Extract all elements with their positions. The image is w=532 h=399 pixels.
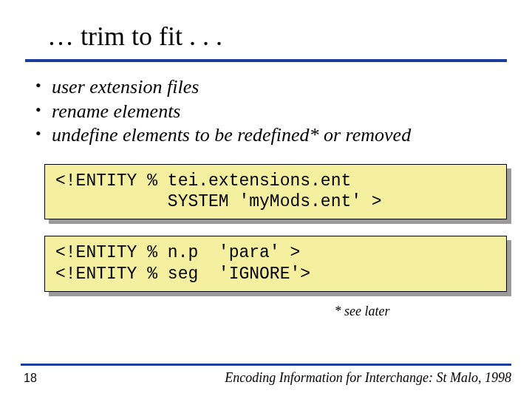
code-content: <!ENTITY % tei.extensions.ent SYSTEM 'my… bbox=[44, 164, 507, 220]
page-number: 18 bbox=[24, 372, 37, 385]
footer-row: 18 Encoding Information for Interchange:… bbox=[21, 370, 511, 386]
footer-text: Encoding Information for Interchange: St… bbox=[225, 370, 511, 386]
code-block: <!ENTITY % n.p 'para' > <!ENTITY % seg '… bbox=[44, 236, 507, 292]
footnote: * see later bbox=[217, 304, 507, 319]
code-block: <!ENTITY % tei.extensions.ent SYSTEM 'my… bbox=[44, 164, 507, 220]
footer: 18 Encoding Information for Interchange:… bbox=[0, 364, 532, 386]
slide: … trim to fit . . . user extension files… bbox=[0, 0, 532, 399]
slide-title: … trim to fit . . . bbox=[47, 21, 507, 52]
title-rule bbox=[25, 59, 507, 62]
code-content: <!ENTITY % n.p 'para' > <!ENTITY % seg '… bbox=[44, 236, 507, 292]
bullet-item: rename elements bbox=[31, 100, 507, 124]
bullet-item: user extension files bbox=[31, 75, 507, 100]
footer-rule bbox=[21, 364, 511, 366]
bullet-item: undefine elements to be redefined* or re… bbox=[31, 123, 507, 148]
bullet-list: user extension files rename elements und… bbox=[31, 75, 507, 148]
